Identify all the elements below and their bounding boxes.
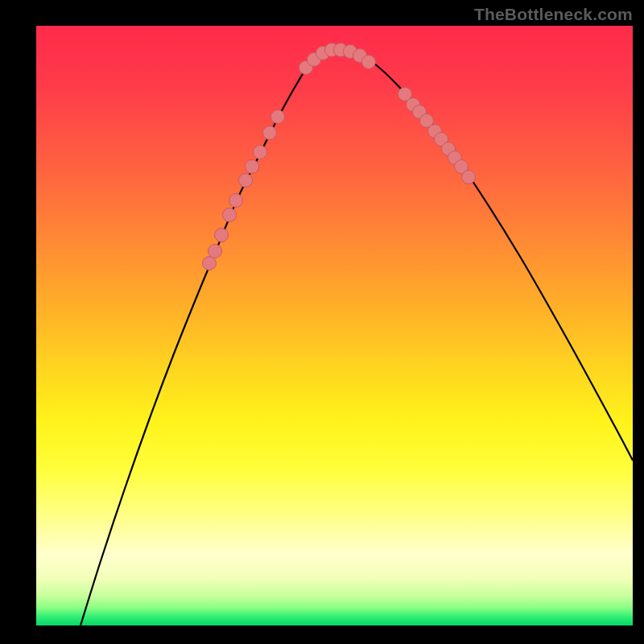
dot: [239, 174, 253, 188]
dot: [254, 146, 267, 159]
chart-svg: [36, 26, 633, 625]
dot: [263, 126, 277, 140]
dot: [203, 257, 217, 270]
dot: [223, 208, 237, 222]
dot: [271, 110, 285, 124]
chart-frame: TheBottleneck.com: [0, 0, 644, 644]
bottleneck-curve: [80, 50, 633, 625]
dot: [246, 160, 259, 174]
dot: [215, 229, 229, 242]
highlight-dots: [203, 43, 476, 270]
dot: [462, 171, 476, 184]
plot-area: [36, 26, 633, 625]
dot: [362, 56, 376, 69]
dot: [229, 194, 243, 208]
watermark-text: TheBottleneck.com: [474, 5, 633, 24]
dot: [208, 245, 222, 258]
